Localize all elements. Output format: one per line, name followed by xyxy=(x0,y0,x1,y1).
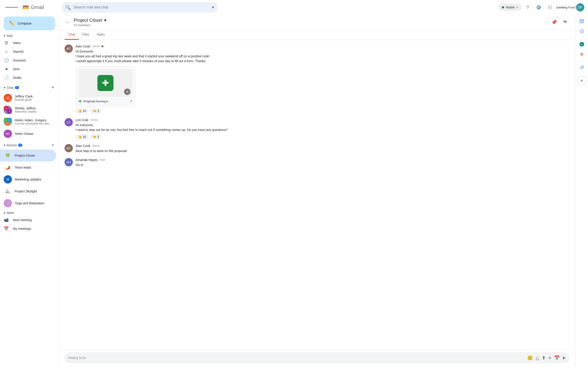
room-item-project-skylight[interactable]: ⛸️ Project Skylight xyxy=(0,185,56,197)
upload-button[interactable]: ⬆ xyxy=(541,355,546,361)
sidebar-item-snoozed[interactable]: 🕐 Snoozed xyxy=(0,56,56,65)
message-input-wrap: History is on 🙂 △ ⬆ ≡ 📅 ➤ xyxy=(65,352,570,363)
message-1-time: 10min xyxy=(92,45,100,48)
room-item-project-clover[interactable]: 🍀 Project Clover xyxy=(0,150,56,161)
inbox-label: Inbox xyxy=(13,41,21,45)
search-input[interactable] xyxy=(74,5,209,9)
send-button[interactable]: ➤ xyxy=(562,355,566,361)
reaction-handshake-1[interactable]: 🤝 3 xyxy=(90,108,102,114)
reaction-handshake-2[interactable]: 🤝 3 xyxy=(90,134,102,140)
helen-group-preview: Can we reschedule the meeti... xyxy=(15,122,52,125)
message-2-time: 15min xyxy=(90,118,98,122)
message-4: AH Amanda Hayes 5min On it! xyxy=(65,158,570,167)
shirley-info: Shirley, Jeffery Awesome, thanks. xyxy=(15,106,52,113)
input-area: History is on 🙂 △ ⬆ ≡ 📅 ➤ xyxy=(59,349,575,367)
reaction-thumbsup-1[interactable]: 👍 10 xyxy=(76,108,88,114)
message-2-header: Lori Cole 15min xyxy=(76,118,570,122)
sidebar-item-starred[interactable]: ☆ Starred xyxy=(0,47,56,56)
topbar-left: Gmail xyxy=(4,3,59,11)
helen-chase-info: Helen Chase xyxy=(15,132,52,135)
chat-item-shirley[interactable]: S J Shirley, Jeffery Awesome, thanks. xyxy=(0,104,56,116)
message-3-time: 10min xyxy=(92,144,100,148)
message-1-line2: I hope you all had a great trip last wee… xyxy=(76,54,570,59)
inbox-icon: ☰ xyxy=(4,40,9,45)
room-item-team-leads[interactable]: 🌶️ Team leads xyxy=(0,161,56,173)
pin-button[interactable]: 📌 xyxy=(549,18,559,27)
settings-button[interactable]: ⚙️ xyxy=(534,3,544,12)
mail-section-header[interactable]: ▾ Mail xyxy=(0,32,59,39)
room-item-marketing[interactable]: M Marketing updates xyxy=(0,173,56,185)
search-input-wrap[interactable]: 🔍 ▾ xyxy=(61,2,218,13)
account-info[interactable]: Dwelling Fund DF xyxy=(556,3,584,11)
apps-grid-icon xyxy=(548,5,552,10)
calendar-icon-right[interactable]: 31 xyxy=(577,17,586,26)
tab-chat[interactable]: Chat xyxy=(65,30,79,40)
emoji-button[interactable]: 🙂 xyxy=(527,355,533,361)
svg-point-1 xyxy=(549,6,550,6)
meet-section-header[interactable]: ▾ Meet xyxy=(0,209,59,216)
sidebar-item-sent[interactable]: ➤ Sent xyxy=(0,65,56,73)
message-2-content: Lori Cole 15min Hi everyone, I need to s… xyxy=(76,118,570,140)
hamburger-menu[interactable] xyxy=(4,5,20,10)
compose-plus-icon: ✏️ xyxy=(9,21,15,26)
helen-group-avatar: H A G xyxy=(4,118,12,126)
file-open-button[interactable]: ↗ xyxy=(129,99,132,103)
chat-tabs: Chat Files Tasks xyxy=(59,30,575,40)
search-dropdown-icon[interactable]: ▾ xyxy=(212,5,214,10)
add-room-button[interactable]: + xyxy=(51,142,55,149)
message-4-content: Amanda Hayes 5min On it! xyxy=(76,158,570,167)
file-form-icon: ✚ xyxy=(78,99,82,103)
open-in-new-button[interactable] xyxy=(561,18,570,27)
active-status-button[interactable]: Active ▾ xyxy=(498,4,521,11)
chat-item-helen-group[interactable]: H A G Helen, Adam, Gregory Can we resche… xyxy=(0,116,56,128)
chat-item-jeffery[interactable]: JC Jeffery Clark Sounds great! xyxy=(0,92,56,104)
chat-title-area: Project Clover ▾ 22 members xyxy=(74,17,547,27)
contacts-icon-right[interactable] xyxy=(577,63,586,72)
sidebar-item-inbox[interactable]: ☰ Inbox xyxy=(0,39,56,47)
chat-item-helen-chase[interactable]: HC Helen Chase xyxy=(0,128,56,140)
add-chat-button[interactable]: + xyxy=(51,84,55,91)
sidebar-item-new-meeting[interactable]: 📹 New meeting xyxy=(0,216,56,224)
format-button[interactable]: ≡ xyxy=(548,355,552,361)
chat-section-header[interactable]: ▾ Chat 1 + xyxy=(0,82,59,92)
mail-section-label: ▾ Mail xyxy=(4,34,13,38)
open-external-icon xyxy=(563,20,567,25)
add-app-button[interactable]: + xyxy=(577,76,586,85)
alan-cook-name-1: Alan Cook xyxy=(76,44,90,48)
svg-point-7 xyxy=(549,8,550,9)
lori-cole-name: Lori Cole xyxy=(76,118,88,122)
room-item-yoga[interactable]: Yoga and Relaxation xyxy=(0,197,56,209)
active-label: Active xyxy=(506,6,515,9)
team-leads-name: Team leads xyxy=(15,166,31,169)
file-copy-icon: ⧉ xyxy=(124,89,130,95)
compose-button[interactable]: ✏️ Compose xyxy=(4,17,55,30)
sidebar-item-drafts[interactable]: 📄 Drafts xyxy=(0,73,56,82)
shirley-preview: Awesome, thanks. xyxy=(15,110,52,113)
rooms-badge: 1 xyxy=(18,144,22,147)
shirley-avatar: S J xyxy=(4,106,12,114)
alan-cook-avatar-1: AC xyxy=(65,44,73,53)
back-button[interactable]: ← xyxy=(65,19,71,26)
help-button[interactable]: ? xyxy=(523,3,532,12)
sidebar-item-my-meetings[interactable]: 📅 My meetings xyxy=(0,224,56,233)
message-2: LC Lori Cole 15min Hi everyone, I need t… xyxy=(65,118,570,140)
message-4-time: 5min xyxy=(99,158,105,161)
maps-icon-right[interactable] xyxy=(577,50,586,59)
amanda-hayes-avatar: AH xyxy=(65,158,73,166)
sent-label: Sent xyxy=(13,67,19,71)
tab-files[interactable]: Files xyxy=(79,30,93,40)
rooms-section-header[interactable]: ▾ Rooms 1 + xyxy=(0,140,59,150)
tab-tasks[interactable]: Tasks xyxy=(93,30,108,40)
tasks-icon-right[interactable] xyxy=(577,27,586,36)
drive-button[interactable]: △ xyxy=(535,355,540,361)
message-2-line2: I need to step out for an min, but feel … xyxy=(76,127,570,132)
input-placeholder[interactable]: History is on xyxy=(68,356,525,360)
chat-title[interactable]: Project Clover ▾ xyxy=(74,17,547,23)
meet-button[interactable]: 📅 xyxy=(553,355,560,361)
meet-expand-icon: ▾ xyxy=(4,211,5,215)
apps-button[interactable] xyxy=(545,3,554,12)
google-meet-icon-right[interactable]: M xyxy=(577,40,586,49)
message-3-header: Alan Cook 10min xyxy=(76,144,570,148)
reaction-thumbsup-2[interactable]: 👍 10 xyxy=(76,134,88,140)
chat-title-text: Project Clover xyxy=(74,18,103,23)
